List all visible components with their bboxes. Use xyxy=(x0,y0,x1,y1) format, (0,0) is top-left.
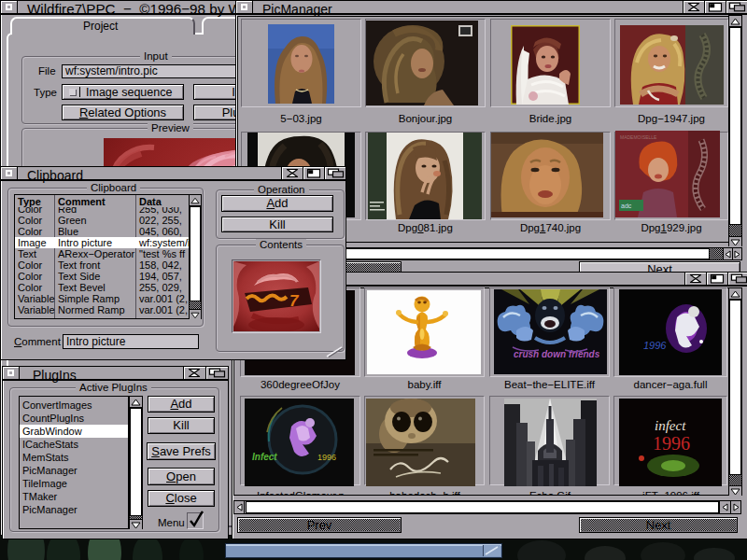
svg-text:1996: 1996 xyxy=(317,453,336,462)
svg-text:Infect: Infect xyxy=(252,452,277,462)
svg-text:7: 7 xyxy=(289,292,300,310)
svg-text:MADEMOISELLE: MADEMOISELLE xyxy=(620,134,657,140)
svg-text:adc: adc xyxy=(621,203,632,209)
svg-text:infect: infect xyxy=(655,418,686,433)
svg-text:1996: 1996 xyxy=(643,340,667,351)
svg-text:1996: 1996 xyxy=(653,433,690,454)
